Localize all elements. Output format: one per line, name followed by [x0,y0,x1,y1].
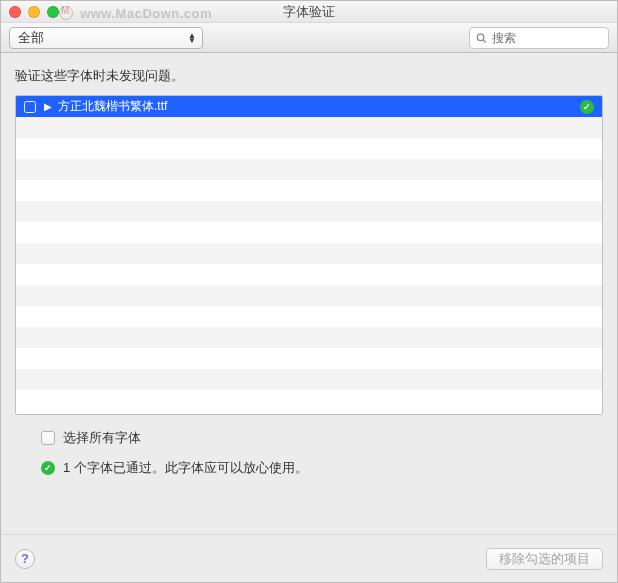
font-list[interactable]: ▶方正北魏楷书繁体.ttf [15,95,603,415]
remove-selected-button[interactable]: 移除勾选的项目 [486,548,603,570]
content-area: 验证这些字体时未发现问题。 ▶方正北魏楷书繁体.ttf 选择所有字体 1 个字体… [1,53,617,534]
checkmark-circle-icon [41,461,55,475]
window-controls [9,6,59,18]
list-row[interactable] [16,222,602,243]
select-all-checkbox-row[interactable]: 选择所有字体 [41,429,591,447]
list-row[interactable] [16,348,602,369]
list-row[interactable] [16,243,602,264]
watermark-icon [59,6,73,20]
pass-status-text: 1 个字体已通过。此字体应可以放心使用。 [63,459,308,477]
help-button[interactable]: ? [15,549,35,569]
list-row[interactable] [16,285,602,306]
titlebar: www.MacDown.com 字体验证 [1,1,617,23]
pass-status-row: 1 个字体已通过。此字体应可以放心使用。 [41,459,591,477]
svg-line-1 [483,39,486,42]
font-validation-window: www.MacDown.com 字体验证 全部 ▲▼ 验证这些字体时未发现问题。… [0,0,618,583]
filter-selected-label: 全部 [18,29,44,47]
svg-point-0 [477,34,484,41]
validation-message: 验证这些字体时未发现问题。 [15,67,603,85]
chevron-updown-icon: ▲▼ [188,33,196,43]
watermark: www.MacDown.com [59,4,212,21]
search-field[interactable] [469,27,609,49]
select-all-label: 选择所有字体 [63,429,141,447]
list-row[interactable] [16,117,602,138]
row-checkbox[interactable] [24,101,36,113]
list-row[interactable] [16,264,602,285]
list-row[interactable] [16,159,602,180]
search-icon [476,32,487,44]
zoom-icon[interactable] [47,6,59,18]
list-row[interactable] [16,306,602,327]
toolbar: 全部 ▲▼ [1,23,617,53]
close-icon[interactable] [9,6,21,18]
select-all-checkbox[interactable] [41,431,55,445]
list-row[interactable] [16,390,602,411]
list-row[interactable] [16,201,602,222]
list-row[interactable] [16,327,602,348]
status-pass-icon [580,100,594,114]
search-input[interactable] [492,31,602,45]
disclosure-triangle-icon[interactable]: ▶ [44,101,52,112]
window-title: 字体验证 [1,3,617,21]
watermark-text: www.MacDown.com [80,6,212,21]
footer: ? 移除勾选的项目 [1,534,617,582]
minimize-icon[interactable] [28,6,40,18]
list-row[interactable] [16,138,602,159]
list-row[interactable] [16,180,602,201]
list-row-selected[interactable]: ▶方正北魏楷书繁体.ttf [16,96,602,117]
font-filename: 方正北魏楷书繁体.ttf [58,98,580,115]
filter-dropdown[interactable]: 全部 ▲▼ [9,27,203,49]
options-area: 选择所有字体 1 个字体已通过。此字体应可以放心使用。 [15,415,603,477]
list-row[interactable] [16,369,602,390]
